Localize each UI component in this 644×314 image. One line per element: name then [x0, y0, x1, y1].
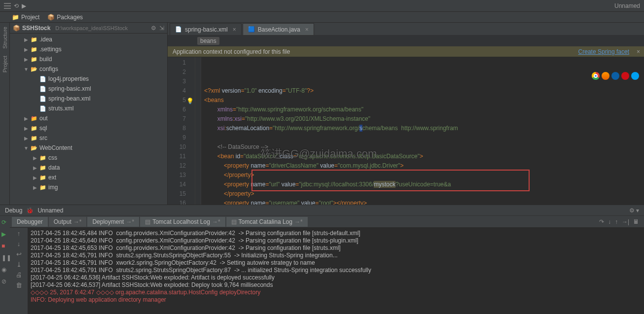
structure-tab[interactable]: Structure [2, 27, 8, 49]
console-output[interactable]: 2017-04-25 18:42:45,484 INFO config.prov… [28, 228, 644, 314]
close-icon[interactable]: × [233, 26, 236, 33]
console-side-tools: ↑ ↓ ↩ ⤓ 🖨 🗑 [10, 228, 28, 314]
step-into-icon[interactable]: ↓ [608, 218, 611, 225]
project-tab[interactable]: Project [2, 56, 8, 72]
tree-item[interactable]: ▶📁src [10, 133, 167, 143]
bug-icon: 🐞 [26, 207, 34, 214]
console-tabs: DebuggerOutput →*Deployment →*▤Tomcat Lo… [10, 216, 644, 228]
tw-packages-label: Packages [57, 14, 83, 21]
editor-area: 📄spring-basic.xml×🟦BaseAction.java× bean… [168, 23, 644, 205]
editor-tab[interactable]: 🟦BaseAction.java× [243, 23, 314, 35]
rerun-icon[interactable]: ⟳ [1, 219, 8, 226]
soft-wrap-icon[interactable]: ↩ [14, 250, 24, 258]
gear-icon[interactable]: ⚙ ▾ [629, 207, 639, 214]
tw-project-label: Project [21, 14, 39, 21]
editor-tab[interactable]: 📄spring-basic.xml× [170, 23, 242, 35]
debug-tool-window: ⟳ ▶ ■ ❚❚ ◉ ⊘ DebuggerOutput →*Deployment… [0, 215, 644, 314]
clear-icon[interactable]: 🗑 [14, 281, 24, 289]
tree-item[interactable]: ▼📂configs [10, 64, 167, 74]
resume-icon[interactable]: ▶ [1, 231, 8, 238]
left-gutter: Structure Project [0, 23, 10, 205]
tw-project[interactable]: 📁 Project [12, 14, 39, 21]
console-tab[interactable]: ▤Tomcat Catalina Log →* [226, 217, 308, 227]
scroll-up-icon[interactable]: ↑ [14, 230, 24, 237]
run-to-cursor-icon[interactable]: →| [622, 218, 629, 225]
tree-item[interactable]: ▶📁img [10, 182, 167, 192]
safari-icon[interactable] [611, 72, 619, 80]
toolbar-button[interactable]: ⟲ [14, 2, 19, 9]
tree-item[interactable]: ▶📁.settings [10, 44, 167, 54]
mute-bp-icon[interactable]: ⊘ [1, 278, 8, 285]
project-name: SSHStock [22, 25, 50, 32]
tw-packages[interactable]: 📦 Packages [47, 14, 83, 21]
close-icon[interactable]: × [305, 26, 309, 33]
fold-column[interactable] [195, 57, 201, 205]
create-facet-link[interactable]: Create Spring facet [578, 48, 629, 55]
project-panel: 📦 SSHStock D:\workspace_idea\SSHStock ⚙ … [10, 23, 168, 205]
editor-tabs: 📄spring-basic.xml×🟦BaseAction.java× [168, 23, 644, 35]
tree-item[interactable]: 📄struts.xml [10, 104, 167, 113]
tree-item[interactable]: 📄log4j.properties [10, 74, 167, 84]
console-toolbar: ↷ ↓ ↑ →| 🖩 [599, 218, 644, 225]
code-editor[interactable]: <?xml version="1.0" encoding="UTF-8"?><b… [201, 57, 644, 205]
tree-item[interactable]: ▼📂WebContent [10, 143, 167, 153]
firefox-icon[interactable] [602, 72, 609, 80]
breadcrumbs: beans [168, 35, 644, 46]
view-bp-icon[interactable]: ◉ [1, 266, 8, 273]
run-config-label[interactable]: Unnamed [614, 2, 640, 9]
tree-item[interactable]: 📄spring-basic.xml [10, 84, 167, 94]
tree-item[interactable]: 📄spring-bean.xml [10, 94, 167, 104]
banner-msg: Application context not configured for t… [173, 48, 290, 55]
evaluate-icon[interactable]: 🖩 [633, 218, 639, 225]
breadcrumb-item[interactable]: beans [197, 37, 219, 45]
tree-item[interactable]: ▶📁sql [10, 123, 167, 133]
browser-icons [592, 72, 639, 80]
toolbar-button[interactable]: ▶ [22, 2, 26, 9]
scroll-end-icon[interactable]: ⤓ [14, 261, 24, 268]
line-gutter: 12345💡678910111213141516 [168, 57, 195, 205]
opera-icon[interactable] [621, 72, 629, 80]
scroll-down-icon[interactable]: ↓ [14, 240, 24, 247]
tool-windows-row: 📁 Project 📦 Packages [0, 12, 644, 23]
debug-config: Unnamed [37, 207, 63, 214]
console-tab[interactable]: Deployment →* [87, 217, 139, 227]
pause-icon[interactable]: ❚❚ [1, 254, 8, 261]
step-out-icon[interactable]: ↑ [615, 218, 618, 225]
main-toolbar: ⟲ ▶ Unnamed [0, 0, 644, 12]
chrome-icon[interactable] [592, 72, 600, 80]
tree-item[interactable]: ▶📁css [10, 153, 167, 163]
tree-item[interactable]: ▶📁out [10, 113, 167, 123]
menu-icon[interactable] [4, 3, 11, 9]
step-over-icon[interactable]: ↷ [599, 218, 604, 225]
project-header: 📦 SSHStock D:\workspace_idea\SSHStock ⚙ … [10, 23, 167, 34]
gear-icon[interactable]: ⚙ [151, 25, 156, 32]
debug-bar: Debug 🐞 Unnamed ⚙ ▾ [0, 205, 644, 215]
console-tab[interactable]: ▤Tomcat Localhost Log →* [140, 217, 225, 227]
ie-icon[interactable] [631, 72, 639, 80]
tree-item[interactable]: ▶📁data [10, 163, 167, 173]
debug-label: Debug [5, 207, 22, 214]
close-icon[interactable]: × [637, 48, 640, 55]
tree-item[interactable]: ▶📁ext [10, 173, 167, 182]
code-area[interactable]: 12345💡678910111213141516 <?xml version="… [168, 57, 644, 205]
print-icon[interactable]: 🖨 [14, 271, 24, 279]
project-root[interactable]: 📦 SSHStock [13, 25, 50, 32]
tree-item[interactable]: ▶📁build [10, 54, 167, 64]
collapse-icon[interactable]: ⇲ [159, 25, 164, 32]
run-controls: ⟳ ▶ ■ ❚❚ ◉ ⊘ [0, 216, 10, 314]
context-banner: Application context not configured for t… [168, 46, 644, 57]
console-tab[interactable]: Output →* [49, 217, 87, 227]
tree-item[interactable]: ▶📁.idea [10, 35, 167, 44]
stop-icon[interactable]: ■ [1, 243, 8, 249]
project-path: D:\workspace_idea\SSHStock [55, 25, 128, 31]
console-tab[interactable]: Debugger [12, 217, 48, 227]
project-tree[interactable]: ▶📁.idea▶📁.settings▶📁build▼📂configs📄log4j… [10, 34, 167, 205]
